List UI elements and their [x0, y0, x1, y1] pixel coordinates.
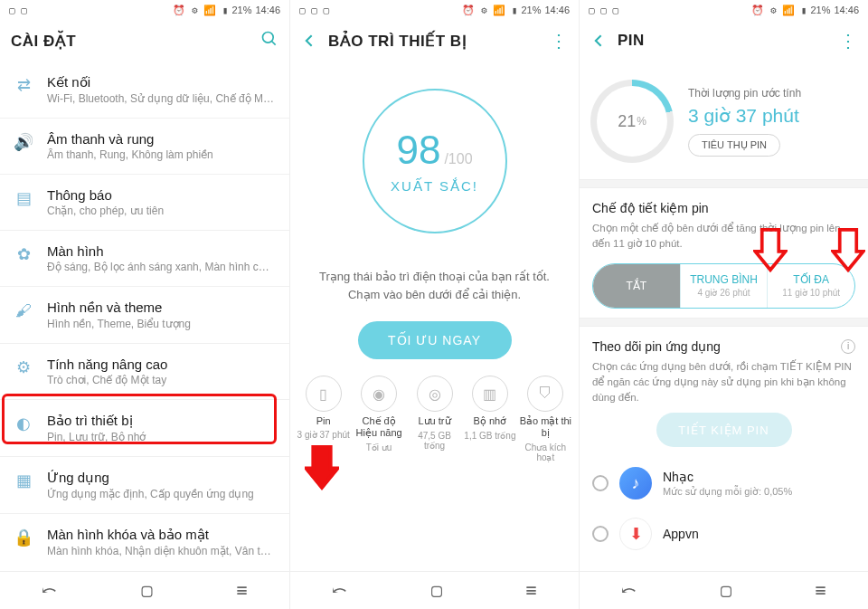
header: PIN ⋮ — [580, 20, 868, 62]
status-bar: ▢ ▢ ⏰ ⚙ 📶 ▮ 21% 14:46 — [0, 0, 289, 20]
row-subtitle: Chặn, cho phép, ưu tiên — [47, 205, 275, 217]
nav-bar: ⤺ ▢ ≡ — [290, 571, 579, 609]
section-title: Chế độ tiết kiệm pin — [592, 201, 855, 215]
estimate-value: 3 giờ 37 phút — [688, 105, 857, 127]
nav-bar: ⤺ ▢ ≡ — [0, 571, 289, 609]
settings-row[interactable]: 🔒Màn hình khóa và bảo mậtMàn hình khóa, … — [0, 513, 289, 570]
mode-name: TẮT — [627, 280, 647, 292]
row-title: Âm thanh và rung — [47, 131, 275, 147]
row-subtitle: Âm thanh, Rung, Không làm phiền — [47, 148, 275, 161]
row-title: Tính năng nâng cao — [47, 357, 275, 372]
category-name: Lưu trữ — [419, 415, 451, 427]
settings-row[interactable]: ▤Thông báoChặn, cho phép, ưu tiên — [0, 174, 289, 230]
category-item[interactable]: ⛉Bảo mật thi bịChưa kích hoạt — [518, 376, 573, 462]
row-title: Màn hình — [47, 243, 275, 259]
row-title: Thông báo — [47, 187, 275, 203]
settings-list[interactable]: ⇄Kết nốiWi-Fi, Bluetooth, Sử dụng dữ liệ… — [0, 62, 289, 571]
mode-estimate: 11 giờ 10 phút — [782, 288, 840, 298]
category-item[interactable]: ▯Pin3 giờ 37 phút — [296, 376, 351, 462]
settings-row[interactable]: ⇄Kết nốiWi-Fi, Bluetooth, Sử dụng dữ liệ… — [0, 62, 289, 118]
battery-percent: 21 — [618, 112, 636, 131]
search-icon[interactable] — [260, 30, 278, 52]
battery-ring[interactable]: 21% — [590, 80, 674, 163]
category-sub: Tối ưu — [366, 442, 392, 452]
app-row[interactable]: ⬇Appvn — [580, 509, 868, 559]
category-item[interactable]: ▥Bộ nhớ1,1 GB trống — [462, 376, 517, 462]
category-name: Chế độ Hiệu năng — [351, 415, 406, 439]
app-row[interactable]: ♪NhạcMức sử dụng mỗi giờ: 0,05% — [580, 458, 868, 509]
sound-icon: 🔊 — [13, 131, 34, 153]
maintenance-screen: ▢ ▢ ▢ ⏰ ⚙ 📶 ▮ 21% 14:46 BẢO TRÌ THIẾT BỊ… — [289, 0, 579, 609]
page-title: CÀI ĐẶT — [11, 32, 76, 51]
battery-screen: ▢ ▢ ▢ ⏰ ⚙ 📶 ▮ 21% 14:46 PIN ⋮ 21% Thời l… — [579, 0, 868, 609]
row-title: Kết nối — [47, 74, 275, 90]
battery-usage-button[interactable]: TIÊU THỤ PIN — [688, 134, 780, 157]
nav-home[interactable]: ▢ — [141, 579, 152, 601]
nav-recent[interactable]: ≡ — [236, 579, 247, 601]
settings-row[interactable]: ⚙Tính năng nâng caoTrò chơi, Chế độ Một … — [0, 343, 289, 399]
more-icon[interactable]: ⋮ — [550, 30, 568, 52]
category-sub: 1,1 GB trống — [464, 431, 515, 441]
optimize-button[interactable]: TỐI ƯU NGAY — [358, 321, 512, 359]
row-subtitle: Trò chơi, Chế độ Một tay — [47, 374, 275, 386]
nav-back[interactable]: ⤺ — [332, 579, 347, 601]
header: BẢO TRÌ THIẾT BỊ ⋮ — [290, 20, 579, 62]
section-description: Chọn một chế độ bên dưới để tăng thời lư… — [592, 221, 855, 252]
row-subtitle: Màn hình khóa, Nhận diện khuôn mặt, Vân … — [47, 545, 275, 557]
page-title: PIN — [618, 32, 645, 50]
nav-home[interactable]: ▢ — [431, 579, 442, 601]
nav-recent[interactable]: ≡ — [526, 579, 537, 601]
status-bar: ▢ ▢ ▢ ⏰ ⚙ 📶 ▮ 21% 14:46 — [290, 0, 579, 20]
app-icon: ♪ — [619, 467, 652, 500]
row-title: Màn hình khóa và bảo mật — [47, 527, 275, 543]
app-checkbox[interactable] — [592, 526, 609, 542]
back-button[interactable] — [301, 32, 319, 50]
power-mode-option[interactable]: TỐI ĐA11 giờ 10 phút — [767, 264, 854, 308]
category-name: Bảo mật thi bị — [518, 415, 573, 439]
category-icon: ◎ — [417, 376, 453, 412]
row-subtitle: Pin, Lưu trữ, Bộ nhớ — [47, 431, 275, 443]
header: CÀI ĐẶT — [0, 20, 289, 62]
nav-bar: ⤺ ▢ ≡ — [580, 571, 868, 609]
app-icon: ⬇ — [619, 518, 652, 550]
mode-name: TỐI ĐA — [793, 273, 829, 286]
settings-row[interactable]: ◐Bảo trì thiết bịPin, Lưu trữ, Bộ nhớ — [0, 399, 289, 456]
app-monitor-section: i Theo dõi pin ứng dụng Chọn các ứng dụn… — [580, 327, 868, 459]
score-status: XUẤT SẮC! — [391, 178, 478, 195]
settings-row[interactable]: 🔊Âm thanh và rungÂm thanh, Rung, Không l… — [0, 118, 289, 174]
row-title: Ứng dụng — [47, 470, 275, 486]
category-row: ▯Pin3 giờ 37 phút◉Chế độ Hiệu năngTối ưu… — [290, 376, 579, 470]
app-name: Nhạc — [663, 470, 792, 484]
mode-name: TRUNG BÌNH — [690, 273, 758, 286]
status-bar: ▢ ▢ ▢ ⏰ ⚙ 📶 ▮ 21% 14:46 — [580, 0, 868, 20]
battery-content: 21% Thời lượng pin ước tính 3 giờ 37 phú… — [580, 62, 868, 571]
settings-row[interactable]: ✿Màn hìnhĐộ sáng, Bộ lọc ánh sáng xanh, … — [0, 230, 289, 286]
back-button[interactable] — [590, 32, 609, 50]
save-power-button[interactable]: TIẾT KIỆM PIN — [656, 413, 792, 447]
score-ring[interactable]: 98/100 XUẤT SẮC! — [363, 89, 507, 233]
category-name: Pin — [316, 415, 331, 426]
settings-row[interactable]: ▦Ứng dụngỨng dụng mặc định, Cấp quyền ứn… — [0, 456, 289, 513]
nav-recent[interactable]: ≡ — [816, 579, 826, 601]
info-icon[interactable]: i — [841, 339, 855, 354]
estimate-label: Thời lượng pin ước tính — [688, 87, 857, 100]
apps-icon: ▦ — [13, 470, 34, 491]
power-mode-option[interactable]: TRUNG BÌNH4 giờ 26 phút — [680, 264, 768, 308]
display-icon: ✿ — [13, 243, 34, 265]
maintenance-icon: ◐ — [13, 413, 34, 434]
category-name: Bộ nhớ — [474, 415, 507, 427]
nav-home[interactable]: ▢ — [721, 579, 731, 601]
nav-back[interactable]: ⤺ — [42, 579, 57, 601]
app-checkbox[interactable] — [592, 475, 609, 491]
more-icon[interactable]: ⋮ — [839, 30, 857, 52]
power-mode-option[interactable]: TẮT — [593, 264, 680, 308]
category-item[interactable]: ◉Chế độ Hiệu năngTối ưu — [351, 376, 406, 462]
category-sub: Chưa kích hoạt — [518, 442, 573, 462]
score-value: 98 — [396, 128, 440, 172]
category-item[interactable]: ◎Lưu trữ47,5 GB trống — [407, 376, 462, 462]
nav-back[interactable]: ⤺ — [621, 579, 637, 601]
page-title: BẢO TRÌ THIẾT BỊ — [328, 32, 467, 51]
svg-point-0 — [263, 32, 274, 43]
category-icon: ▯ — [306, 376, 342, 412]
settings-row[interactable]: 🖌Hình nền và themeHình nền, Theme, Biểu … — [0, 286, 289, 343]
